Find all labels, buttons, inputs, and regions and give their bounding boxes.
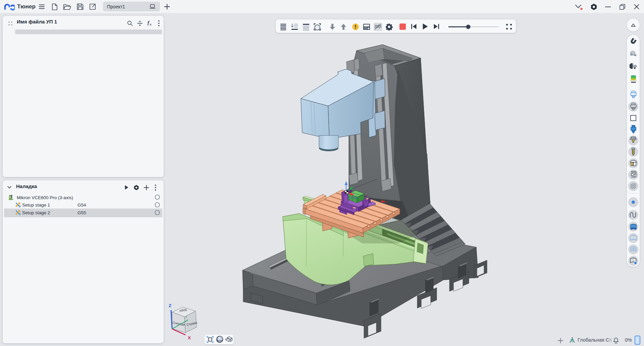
svg-text:Y: Y [185,315,187,319]
svg-text:Z: Z [169,303,171,308]
svg-text:X: X [188,335,191,340]
svg-text:G55: G55 [348,195,358,200]
